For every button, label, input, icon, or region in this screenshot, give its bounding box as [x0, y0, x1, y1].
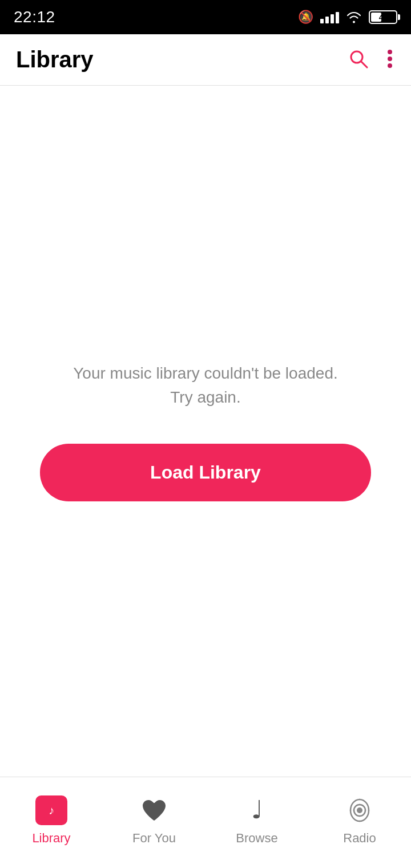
app-header: Library	[0, 34, 411, 86]
mute-icon: 🔕	[298, 10, 313, 25]
for-you-icon	[138, 794, 170, 826]
library-icon: ♪	[35, 794, 67, 826]
bottom-nav: ♪ Library For You ♩ Browse	[0, 777, 411, 868]
battery-text: 43	[370, 11, 396, 23]
signal-icon	[320, 11, 339, 23]
main-content: Your music library couldn't be loaded. T…	[0, 86, 411, 777]
radio-icon	[344, 794, 376, 826]
tab-for-you-label: For You	[132, 831, 176, 846]
svg-point-3	[388, 57, 392, 61]
tab-library-label: Library	[32, 831, 70, 846]
search-button[interactable]	[346, 46, 371, 73]
tab-for-you[interactable]: For You	[103, 794, 206, 846]
status-time: 22:12	[14, 8, 55, 26]
page-title: Library	[16, 47, 94, 73]
browse-icon: ♩	[241, 794, 273, 826]
tab-library[interactable]: ♪ Library	[0, 794, 103, 846]
wifi-icon	[346, 11, 362, 23]
tab-browse[interactable]: ♩ Browse	[206, 794, 308, 846]
load-library-button[interactable]: Load Library	[40, 444, 371, 501]
svg-text:♪: ♪	[49, 804, 54, 817]
status-icons: 🔕 43	[298, 10, 397, 25]
more-options-button[interactable]	[385, 46, 395, 73]
battery-icon: 43	[369, 10, 397, 24]
tab-radio-label: Radio	[343, 831, 376, 846]
more-icon	[387, 49, 393, 69]
error-message: Your music library couldn't be loaded. T…	[73, 361, 337, 409]
header-actions	[346, 46, 395, 73]
search-icon	[348, 49, 369, 69]
tab-radio[interactable]: Radio	[308, 794, 411, 846]
svg-line-1	[361, 62, 367, 67]
tab-browse-label: Browse	[236, 831, 277, 846]
svg-point-8	[357, 807, 362, 813]
svg-point-4	[388, 63, 392, 68]
status-bar: 22:12 🔕 43	[0, 0, 411, 34]
svg-point-2	[388, 50, 392, 54]
svg-text:♩: ♩	[251, 795, 263, 823]
